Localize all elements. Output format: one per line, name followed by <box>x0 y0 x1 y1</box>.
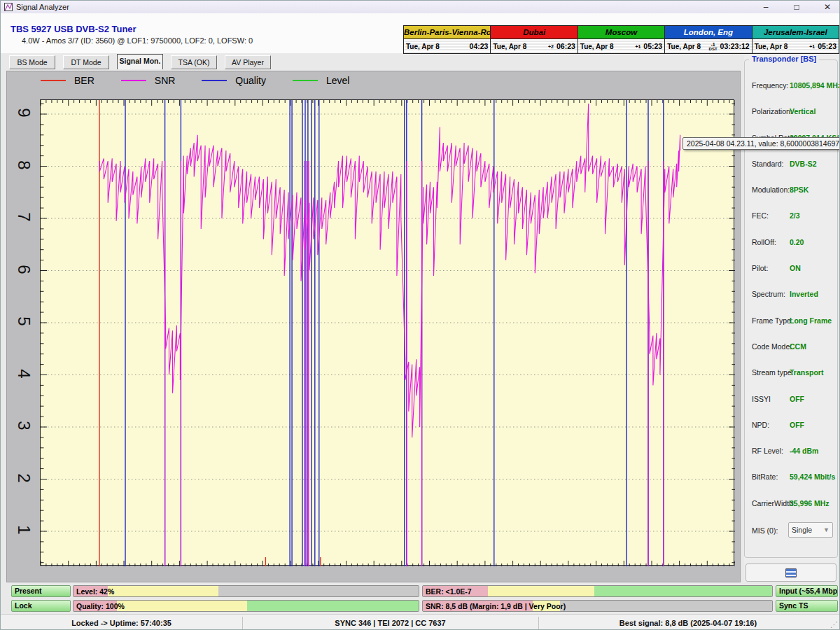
window-title: Signal Analyzer <box>16 3 69 11</box>
transponder-value: OFF <box>790 395 804 403</box>
clock-city-label: Jerusalem-Israel <box>752 26 839 39</box>
mis-dropdown[interactable]: Single ▼ <box>788 522 833 538</box>
meter-label: SNR: 8,5 dB (Margin: 1,9 dB | Very Poor) <box>426 601 566 612</box>
transponder-label: CarrierWidth: <box>752 499 795 507</box>
y-axis-label-2: 2 <box>14 470 34 486</box>
transponder-row: ISSYIOFF <box>745 388 837 414</box>
chart-legend: BERSNRQualityLevel <box>41 75 366 86</box>
transponder-value: ON <box>790 264 801 272</box>
clock-time: 03:23:12 <box>720 42 750 50</box>
clock-date: Tue, Apr 8 <box>667 43 701 50</box>
device-subtitle: 4.0W - Amos 3/7 (ID: 3560) @ LOF1: 97500… <box>22 36 253 45</box>
mis-value: Single <box>792 523 812 537</box>
clock-utc-offset: -1DST <box>709 42 718 51</box>
transponder-value: DVB-S2 <box>790 160 817 168</box>
clock-utc-offset: +1 <box>635 44 640 49</box>
transponder-value: OFF <box>790 421 804 429</box>
clock-time: 04:23 <box>470 42 489 50</box>
record-save-button[interactable] <box>746 564 836 582</box>
clock-time-row: Tue, Apr 804:23 <box>404 39 490 53</box>
meter-bar-ber: BER: <1.0E-7 <box>422 585 773 597</box>
meter-segment <box>218 586 419 596</box>
status-box-lock: Lock <box>11 600 71 612</box>
transponder-groupbox: Transponder [BS] Frequency:10805,894 MHz… <box>744 59 838 558</box>
y-axis-label-4: 4 <box>14 365 34 382</box>
clock-city-label: Dubai <box>491 26 577 39</box>
clock-city-label: Berlin-Paris-Vienna-Roma <box>404 26 490 39</box>
meter-bar-level: Level: 42% <box>73 585 419 597</box>
snr-dropout-lines <box>165 161 664 566</box>
tab-tsa-ok-[interactable]: TSA (OK) <box>171 55 217 69</box>
clock-date: Tue, Apr 8 <box>406 43 440 50</box>
status-separator <box>242 617 243 629</box>
meter-bar-quality: Quality: 100% <box>73 600 419 612</box>
meter-label: Quality: 100% <box>76 601 125 612</box>
world-clocks: Berlin-Paris-Vienna-RomaTue, Apr 804:23D… <box>403 25 839 54</box>
close-button[interactable]: ✕ <box>821 1 834 13</box>
device-title: TBS 5927 USB DVB-S2 Tuner <box>10 24 136 34</box>
clock-date: Tue, Apr 8 <box>755 43 788 50</box>
transponder-row: RollOff:0.20 <box>745 231 837 257</box>
clock-city-label: London, Eng <box>665 26 751 39</box>
snr-chart-plot[interactable] <box>40 99 734 566</box>
signal-chart-panel: BERSNRQualityLevel 987654321 <box>6 71 741 582</box>
transponder-row: Standard:DVB-S2 <box>745 153 837 178</box>
transponder-value: Transport <box>790 368 823 377</box>
header: TBS 5927 USB DVB-S2 Tuner 4.0W - Amos 3/… <box>1 13 839 53</box>
clock-date: Tue, Apr 8 <box>493 43 526 50</box>
transponder-row: Spectrum:Inverted <box>745 283 837 309</box>
transponder-row: Pilot:ON <box>745 257 837 283</box>
legend-label: SNR <box>155 75 176 86</box>
legend-line-icon <box>121 80 146 81</box>
status-box-input: Input (~55,4 Mbps) <box>776 585 838 597</box>
status-box-sync-ts: Sync TS <box>776 600 838 612</box>
transponder-label: Stream type: <box>752 368 794 377</box>
mis-row: MIS (0): Single ▼ <box>745 522 837 539</box>
transponder-row: NPD:OFF <box>745 414 837 440</box>
title-bar: Signal Analyzer – □ ✕ <box>1 1 839 13</box>
meter-segment <box>117 601 247 611</box>
chart-tooltip: 2025-04-08 04.23.11, value: 8,6000003814… <box>682 137 840 150</box>
transponder-row: CarrierWidth:35,996 MHz <box>745 492 837 518</box>
transponder-row: RF Level:-44 dBm <box>745 440 837 465</box>
status-bar: Locked -> Uptime: 57:40:35 SYNC 346 | TE… <box>1 614 839 630</box>
app-icon <box>4 3 13 11</box>
clock-utc-offset: +2 <box>548 44 554 49</box>
minimize-button[interactable]: – <box>760 1 772 13</box>
meter-segment <box>560 601 772 611</box>
tab-bs-mode[interactable]: BS Mode <box>9 55 55 69</box>
legend-line-icon <box>293 80 318 81</box>
transponder-value: 59,424 Mbit/s <box>790 472 835 481</box>
clock-time: 05:23 <box>818 42 836 50</box>
legend-item-level: Level <box>293 75 366 86</box>
y-axis-label-9: 9 <box>14 104 34 121</box>
tab-dt-mode[interactable]: DT Mode <box>63 55 109 69</box>
y-axis-label-5: 5 <box>14 313 34 330</box>
meter-segment <box>488 586 594 596</box>
transponder-label: BitRate: <box>752 472 778 481</box>
status-box-present: Present <box>11 585 71 597</box>
mode-tabs: BS ModeDT ModeSignal Mon.TSA (OK)AV Play… <box>9 55 271 71</box>
tab-av-player[interactable]: AV Player <box>225 55 271 69</box>
clock-dubai: DubaiTue, Apr 8+206:23 <box>491 26 578 53</box>
status-best-signal: Best signal: 8,8 dB (2025-04-07 19:16) <box>538 615 838 630</box>
legend-label: BER <box>74 75 94 86</box>
resize-grip[interactable]: ⋰ <box>830 620 838 629</box>
legend-line-icon <box>41 80 66 81</box>
tab-signal-mon-[interactable]: Signal Mon. <box>117 54 163 69</box>
transponder-sidebar: Transponder [BS] Frequency:10805,894 MHz… <box>744 55 838 582</box>
transponder-label: Polarization: <box>752 107 792 115</box>
x-axis-ticks <box>41 100 735 566</box>
transponder-value: CCM <box>790 342 806 351</box>
meter-bar-snr: SNR: 8,5 dB (Margin: 1,9 dB | Very Poor) <box>422 600 773 612</box>
meter-label: Level: 42% <box>76 586 114 597</box>
status-separator <box>538 617 539 629</box>
transponder-label: RollOff: <box>752 238 776 246</box>
legend-label: Level <box>326 75 349 86</box>
transponder-row: Modulation:8PSK <box>745 178 837 204</box>
clock-utc-offset: +1 <box>809 44 815 49</box>
transponder-label: Spectrum: <box>752 290 785 298</box>
quality-event-lines <box>125 100 664 566</box>
maximize-button[interactable]: □ <box>790 1 803 13</box>
transponder-row: FEC:2/3 <box>745 204 837 230</box>
